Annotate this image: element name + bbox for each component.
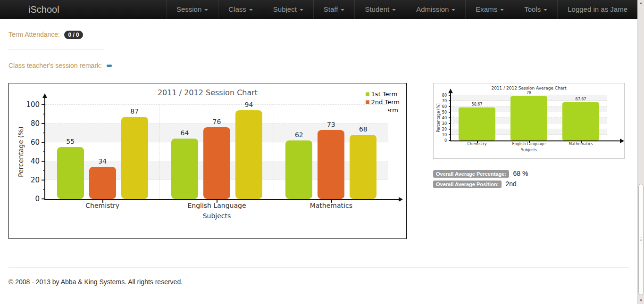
bar-wrap: 87 <box>121 105 148 199</box>
plot-area: 020406080100553487647694627368ChemistryE… <box>45 105 388 199</box>
brand-logo[interactable]: iSchool <box>28 0 59 19</box>
overall-average-position-label: Overall Average Position: <box>433 181 502 188</box>
bar-groups: 553487647694627368 <box>45 105 388 199</box>
term-attendance-label: Term Attendance: <box>8 31 60 38</box>
bar <box>57 147 84 199</box>
remark-collapse-icon[interactable] <box>107 65 112 67</box>
charts-row: 2011 / 2012 Session Chart 1st Term2nd Te… <box>8 83 629 239</box>
nav-item-staff[interactable]: Staff <box>313 0 355 19</box>
y-tick-label: 0 <box>24 195 40 203</box>
nav-item-session[interactable]: Session <box>166 0 218 19</box>
x-category-label: English Language <box>159 202 274 209</box>
bar-group: 67.67 <box>555 95 607 140</box>
chevron-down-icon <box>392 9 396 11</box>
y-tick-label: 80 <box>24 119 40 128</box>
x-category-label: Chemistry <box>45 202 159 209</box>
bar-wrap: 58.67 <box>459 95 495 140</box>
bar <box>285 140 312 199</box>
y-axis-title: Percentage (%) <box>436 103 441 132</box>
bar-value-label: 67.67 <box>544 97 618 101</box>
bar-group: 553487 <box>45 105 159 199</box>
bar-wrap: 76 <box>203 105 230 199</box>
bar <box>350 135 376 199</box>
bar <box>510 96 547 140</box>
y-axis-arrow-icon <box>42 93 47 98</box>
nav-item-exams[interactable]: Exams <box>465 0 514 19</box>
chart-title: 2011 / 2012 Session Chart <box>9 88 406 97</box>
bar-value-label: 87 <box>108 107 161 115</box>
bar-value-label: 94 <box>222 101 276 108</box>
x-category-label: Mathematics <box>555 142 607 146</box>
term-attendance-badge: 0 / 0 <box>64 31 83 39</box>
scrollbar-grip-icon <box>640 238 642 241</box>
top-navbar: iSchool SessionClassSubjectStaffStudentA… <box>0 0 637 19</box>
bar-group: 58.67 <box>451 95 503 140</box>
y-tick-label: 20 <box>24 176 40 184</box>
footer-divider <box>8 267 629 268</box>
main-menu: SessionClassSubjectStaffStudentAdmission… <box>166 0 637 19</box>
nav-item-class[interactable]: Class <box>218 0 263 19</box>
x-category-label: Chemistry <box>451 142 503 146</box>
session-average-chart: 2011 / 2012 Session Average Chart 010203… <box>433 83 625 159</box>
bar <box>203 127 230 199</box>
nav-item-logged-in-as-jame[interactable]: Logged in as Jame <box>557 0 637 19</box>
nav-item-tools[interactable]: Tools <box>514 0 557 19</box>
nav-item-subject[interactable]: Subject <box>263 0 313 19</box>
page: iSchool SessionClassSubjectStaffStudentA… <box>0 0 637 304</box>
right-column: 2011 / 2012 Session Average Chart 010203… <box>433 83 625 239</box>
y-axis-title: Percentage (%) <box>17 126 25 177</box>
chevron-down-icon <box>249 9 253 11</box>
overall-average-percentage-label: Overall Average Percentage: <box>433 170 509 178</box>
scroll-up-icon[interactable]: ▲ <box>638 0 644 7</box>
overall-position-row: Overall Average Position: 2nd <box>433 180 625 188</box>
session-remark-row: Class teacher's session remark: <box>8 61 629 70</box>
bar-wrap: 68 <box>350 105 376 199</box>
bar-wrap: 78 <box>510 95 547 140</box>
chevron-down-icon <box>300 9 303 11</box>
x-category-label: English Language <box>503 142 555 146</box>
plot-area: 0102030405060708058.677867.67ChemistryEn… <box>451 95 607 140</box>
bar-groups: 58.677867.67 <box>451 95 607 140</box>
overall-summary: Overall Average Percentage: 68 % Overall… <box>433 169 625 188</box>
nav-item-student[interactable]: Student <box>354 0 406 19</box>
bar-wrap: 62 <box>285 105 312 199</box>
chevron-down-icon <box>341 9 344 11</box>
content-area: Term Attendance: 0 / 0 Class teacher's s… <box>0 19 637 286</box>
bar <box>121 117 148 199</box>
y-tick-label: 40 <box>24 157 40 165</box>
scroll-down-icon[interactable]: ▼ <box>638 297 644 304</box>
bar-wrap: 73 <box>318 105 344 199</box>
y-tick-label: 0 <box>439 139 447 143</box>
bar-wrap: 34 <box>89 105 116 199</box>
term-attendance-row: Term Attendance: 0 / 0 <box>8 30 629 39</box>
bar <box>89 167 116 199</box>
chevron-down-icon <box>204 9 208 11</box>
bar-value-label: 68 <box>336 125 390 133</box>
x-axis-arrow-icon <box>620 139 624 143</box>
y-tick-label: 10 <box>439 133 447 137</box>
session-chart: 2011 / 2012 Session Chart 1st Term2nd Te… <box>8 83 407 239</box>
footer-copyright: © 2008 - 2013 by Abba & King Systems. Al… <box>8 278 629 286</box>
x-axis-title: Subjects <box>451 148 607 152</box>
overall-average-position-value: 2nd <box>506 180 517 188</box>
chevron-down-icon <box>544 9 547 11</box>
x-axis-title: Subjects <box>45 212 388 220</box>
y-tick-label: 60 <box>24 138 40 147</box>
chevron-down-icon <box>500 9 504 11</box>
nav-item-admission[interactable]: Admission <box>406 0 465 19</box>
legend-item: 1st Term <box>366 90 400 98</box>
bar-group: 627368 <box>274 105 388 199</box>
session-remark-label: Class teacher's session remark: <box>8 62 102 69</box>
x-category-labels: ChemistryEnglish LanguageMathematics <box>45 199 388 209</box>
x-category-labels: ChemistryEnglish LanguageMathematics <box>451 140 607 146</box>
legend-swatch-icon <box>366 92 369 96</box>
scrollbar-thumb[interactable] <box>638 184 644 295</box>
bar <box>459 107 495 140</box>
bar-wrap: 67.67 <box>562 95 599 140</box>
x-axis-arrow-icon <box>399 197 403 202</box>
vertical-scrollbar[interactable]: ▲ ▼ <box>637 0 644 304</box>
chart-title: 2011 / 2012 Session Average Chart <box>434 86 624 90</box>
y-axis-arrow-icon <box>448 89 453 93</box>
bar <box>318 130 344 199</box>
bar-wrap: 94 <box>235 105 262 199</box>
